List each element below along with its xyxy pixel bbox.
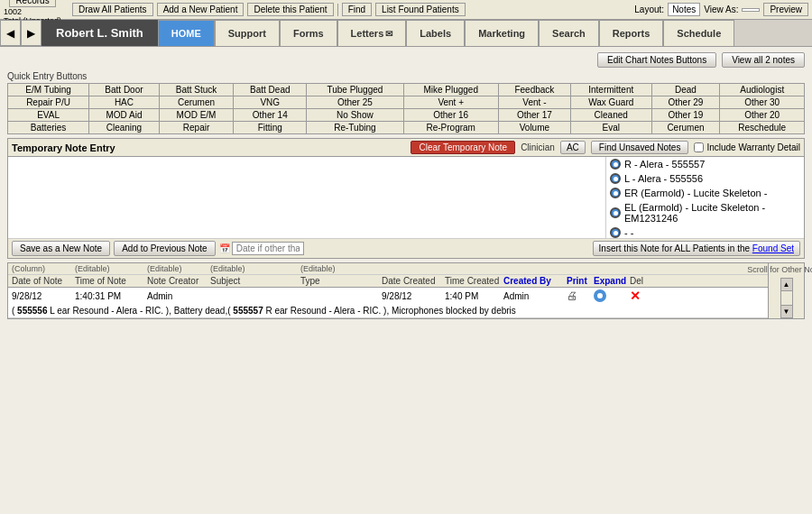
- radio-dot: [610, 207, 621, 218]
- col-time-created: Time Created: [441, 275, 500, 287]
- warranty-checkbox[interactable]: [694, 142, 704, 152]
- quick-entry-cell[interactable]: Tube Plugged: [307, 84, 403, 96]
- quick-entry-cell[interactable]: Volume: [498, 122, 570, 134]
- edit-chart-btn[interactable]: Edit Chart Notes Buttons: [597, 52, 716, 68]
- warranty-label: Include Warranty Detail: [706, 142, 800, 152]
- top-bar: Records 1002Total (Unsorted) Draw All Pa…: [0, 0, 812, 20]
- quick-entry-cell[interactable]: Batteries: [8, 122, 89, 134]
- dropdown-item[interactable]: L - Alera - 555556: [606, 171, 804, 186]
- preview-btn[interactable]: Preview: [763, 3, 808, 16]
- tab-labels[interactable]: Labels: [406, 20, 465, 46]
- radio-dot: [610, 159, 621, 170]
- tab-home[interactable]: HOME: [158, 20, 215, 46]
- tab-letters[interactable]: Letters ✉: [337, 20, 407, 46]
- note-textarea[interactable]: [8, 157, 605, 202]
- quick-entry-cell[interactable]: MOD Aid: [89, 109, 160, 122]
- save-new-btn[interactable]: Save as a New Note: [12, 241, 110, 256]
- quick-entry-cell[interactable]: HAC: [89, 96, 160, 109]
- quick-entry-cell[interactable]: Cerumen: [159, 96, 234, 109]
- temp-note-header: Temporary Note Entry Clear Temporary Not…: [8, 139, 804, 157]
- insert-all-btn[interactable]: Insert this Note for ALL Patients in the…: [593, 241, 800, 256]
- find-unsaved-btn[interactable]: Find Unsaved Notes: [591, 141, 689, 154]
- col-label-creator: (Editable): [143, 263, 207, 274]
- quick-entry-cell[interactable]: Re-Program: [403, 122, 498, 134]
- view-all-btn[interactable]: View all 2 notes: [722, 52, 805, 68]
- quick-entry-cell[interactable]: Cerumen: [651, 122, 720, 134]
- quick-entry-cell[interactable]: Dead: [651, 84, 720, 96]
- quick-entry-cell[interactable]: No Show: [307, 109, 403, 122]
- notes-col-labels: (Column) (Editable) (Editable) (Editable…: [8, 263, 768, 275]
- tab-reports[interactable]: Reports: [599, 20, 664, 46]
- quick-entry-cell[interactable]: Intermittent: [570, 84, 651, 96]
- draw-all-btn[interactable]: Draw All Patients: [72, 3, 153, 16]
- quick-entry-cell[interactable]: Re-Tubing: [307, 122, 403, 134]
- quick-entry-cell[interactable]: EVAL: [8, 109, 89, 122]
- quick-entry-cell[interactable]: Batt Dead: [234, 84, 307, 96]
- quick-entry-cell[interactable]: Other 20: [720, 109, 805, 122]
- quick-entry-cell[interactable]: Mike Plugged: [403, 84, 498, 96]
- table-cell: 1:40:31 PM: [71, 290, 143, 302]
- table-cell: [207, 295, 297, 297]
- quick-entry-cell[interactable]: Batt Stuck: [159, 84, 234, 96]
- date-field[interactable]: [232, 242, 304, 255]
- quick-entry-cell[interactable]: Cleaning: [89, 122, 160, 134]
- quick-entry-cell[interactable]: Feedback: [498, 84, 570, 96]
- col-created-by: Created By: [500, 275, 563, 287]
- quick-entry-cell[interactable]: Other 17: [498, 109, 570, 122]
- quick-entry-cell[interactable]: Vent +: [403, 96, 498, 109]
- quick-entry-cell[interactable]: Other 29: [651, 96, 720, 109]
- table-cell: Admin: [143, 290, 207, 302]
- quick-entry-cell[interactable]: Other 16: [403, 109, 498, 122]
- quick-entry-cell[interactable]: Cleaned: [570, 109, 651, 122]
- tab-support[interactable]: Support: [215, 20, 280, 46]
- tab-search[interactable]: Search: [539, 20, 599, 46]
- records-button[interactable]: Records: [9, 0, 55, 7]
- quick-entry-cell[interactable]: Other 14: [234, 109, 307, 122]
- quick-entry-cell[interactable]: Repair P/U: [8, 96, 89, 109]
- quick-entry-cell[interactable]: Other 25: [307, 96, 403, 109]
- tab-forms[interactable]: Forms: [280, 20, 337, 46]
- add-prev-btn[interactable]: Add to Previous Note: [114, 241, 216, 256]
- ac-btn[interactable]: AC: [560, 141, 586, 154]
- quick-entry-cell[interactable]: Eval: [570, 122, 651, 134]
- clear-temp-btn[interactable]: Clear Temporary Note: [411, 141, 515, 154]
- delete-patient-btn[interactable]: Delete this Patient: [247, 3, 333, 16]
- quick-entry-cell[interactable]: Batt Door: [89, 84, 160, 96]
- quick-entry-cell[interactable]: Other 19: [651, 109, 720, 122]
- temp-note-main: [8, 157, 605, 238]
- next-patient-btn[interactable]: ▶: [21, 20, 42, 46]
- quick-entry-cell[interactable]: Other 30: [720, 96, 805, 109]
- quick-entry-cell[interactable]: Repair: [159, 122, 234, 134]
- quick-entry-cell[interactable]: Vent -: [498, 96, 570, 109]
- dropdown-item-label: L - Alera - 555556: [624, 173, 703, 184]
- dropdown-item[interactable]: R - Alera - 555557: [606, 157, 804, 171]
- expand-btn[interactable]: [590, 289, 626, 303]
- quick-entry-cell[interactable]: E/M Tubing: [8, 84, 89, 96]
- list-found-btn[interactable]: List Found Patients: [375, 3, 466, 16]
- dropdown-item[interactable]: EL (Earmold) - Lucite Skeleton - EM12312…: [606, 200, 804, 225]
- found-set-link[interactable]: Found Set: [752, 243, 794, 253]
- quick-entry-cell[interactable]: Fitting: [234, 122, 307, 134]
- table-cell: [297, 295, 378, 297]
- toolbar: Draw All Patients Add a New Patient Dele…: [72, 3, 466, 16]
- find-btn[interactable]: Find: [342, 3, 372, 16]
- scroll-down-btn[interactable]: ▼: [781, 305, 792, 317]
- dropdown-item[interactable]: ER (Earmold) - Lucite Skeleton -: [606, 186, 804, 200]
- scrollbar[interactable]: ▲ ▼: [780, 278, 793, 318]
- note-bottom-row: Save as a New Note Add to Previous Note …: [8, 238, 804, 258]
- delete-btn[interactable]: ✕: [626, 288, 644, 304]
- quick-entry-cell[interactable]: VNG: [234, 96, 307, 109]
- scroll-up-btn[interactable]: ▲: [781, 279, 792, 291]
- print-btn[interactable]: 🖨: [563, 289, 590, 303]
- col-del: Del: [626, 275, 644, 287]
- quick-entry-cell[interactable]: Audiologist: [720, 84, 805, 96]
- right-scroll-panel: Scroll for Other Notes ▲ ▼: [769, 262, 805, 319]
- dropdown-item[interactable]: - -: [606, 225, 804, 238]
- quick-entry-cell[interactable]: Reschedule: [720, 122, 805, 134]
- quick-entry-cell[interactable]: Wax Guard: [570, 96, 651, 109]
- quick-entry-cell[interactable]: MOD E/M: [159, 109, 234, 122]
- prev-patient-btn[interactable]: ◀: [0, 20, 21, 46]
- tab-schedule[interactable]: Schedule: [663, 20, 734, 46]
- tab-marketing[interactable]: Marketing: [465, 20, 539, 46]
- add-new-patient-btn[interactable]: Add a New Patient: [157, 3, 245, 16]
